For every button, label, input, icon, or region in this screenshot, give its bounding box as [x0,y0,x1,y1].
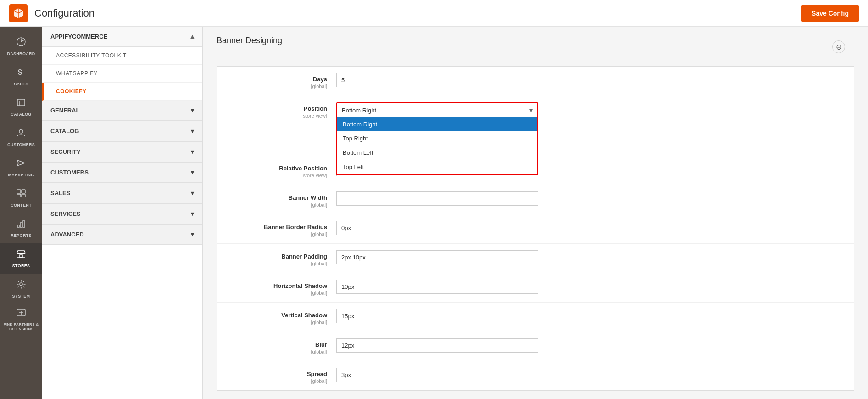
vertical-shadow-scope: [global] [226,320,327,325]
dashboard-icon [16,37,26,49]
accordion-services: SERVICES ▾ [42,204,202,225]
nav-item-sales[interactable]: $ SALES [0,62,42,92]
nav-item-system[interactable]: SYSTEM [0,274,42,304]
days-input[interactable] [336,73,538,87]
accordion-security-chevron-icon: ▾ [191,148,194,155]
main-layout: DASHBOARD $ SALES CATALOG [0,27,868,399]
accordion-catalog: CATALOG ▾ [42,121,202,142]
banner-width-label-col: Banner Width [global] [226,191,336,208]
accordion-customers-chevron-icon: ▾ [191,169,194,176]
banner-padding-label: Banner Padding [226,253,327,260]
customers-icon [16,128,26,140]
form-row-banner-padding: Banner Padding [global] [217,244,854,273]
spread-input[interactable] [336,368,538,382]
nav-label-dashboard: DASHBOARD [7,51,35,56]
nav-item-customers[interactable]: CUSTOMERS [0,122,42,152]
left-nav: DASHBOARD $ SALES CATALOG [0,27,42,399]
catalog-icon [16,97,26,110]
position-label-col: Position [store view] [226,102,336,118]
horizontal-shadow-input[interactable] [336,280,538,294]
accordion-general-header[interactable]: GENERAL ▾ [42,101,202,121]
banner-width-scope: [global] [226,202,327,208]
nav-item-reports[interactable]: REPORTS [0,213,42,243]
position-dropdown-wrapper: Bottom Right ▾ Bottom Right Top Right Bo… [336,102,538,118]
nav-item-content[interactable]: CONTENT [0,183,42,213]
accordion-advanced: ADVANCED ▾ [42,225,202,245]
accordion-customers-header[interactable]: CUSTOMERS ▾ [42,163,202,183]
save-config-button[interactable]: Save Config [801,5,859,22]
nav-label-content: CONTENT [11,203,32,208]
form-row-banner-width: Banner Width [global] [217,185,854,214]
position-option-top-left[interactable]: Top Left [337,160,537,174]
accordion-general-chevron-icon: ▾ [191,107,194,114]
blur-input-col [336,338,845,353]
appifycommerce-section-header[interactable]: APPIFYCOMMERCE ▴ [42,27,202,47]
banner-padding-input[interactable] [336,250,538,264]
marketing-icon [16,158,26,170]
svg-rect-12 [20,223,22,227]
accordion-customers: CUSTOMERS ▾ [42,163,202,183]
content-header: Banner Designing ⊖ [217,36,854,57]
accordion-advanced-header[interactable]: ADVANCED ▾ [42,225,202,245]
nav-label-customers: CUSTOMERS [7,142,35,147]
content-inner: Banner Designing ⊖ Days [global] [203,27,868,399]
nav-label-system: SYSTEM [12,294,30,298]
nav-item-dashboard[interactable]: DASHBOARD [0,31,42,62]
days-scope: [global] [226,84,327,89]
collapse-icon: ⊖ [836,43,842,51]
position-option-bottom-left[interactable]: Bottom Left [337,146,537,160]
sidebar-item-cookiefy[interactable]: Cookiefy [42,83,202,101]
days-label-col: Days [global] [226,73,336,89]
position-label: Position [226,105,327,112]
vertical-shadow-label-col: Vertical Shadow [global] [226,309,336,325]
accordion-general: GENERAL ▾ [42,101,202,121]
accordion-advanced-chevron-icon: ▾ [191,231,194,238]
svg-rect-7 [17,190,21,193]
form-row-blur: Blur [global] [217,332,854,361]
svg-point-15 [20,283,22,286]
spread-scope: [global] [226,378,327,384]
sidebar-item-whatsappify[interactable]: WHATSAPPIFY [42,65,202,83]
section-title: Banner Designing [217,36,282,45]
banner-width-input[interactable] [336,191,538,206]
config-form: Days [global] [217,66,854,391]
nav-item-catalog[interactable]: CATALOG [0,92,42,122]
relative-position-label: Relative Position [226,165,327,172]
form-row-banner-border-radius: Banner Border Radius [global] [217,214,854,244]
position-option-bottom-right[interactable]: Bottom Right [337,117,537,131]
sidebar-item-accessibility-toolkit[interactable]: ACCESSIBILITY TOOLKIT [42,47,202,65]
svg-rect-11 [17,225,19,227]
nav-item-stores[interactable]: STORES [0,243,42,274]
svg-rect-2 [17,99,25,106]
form-row-vertical-shadow: Vertical Shadow [global] [217,303,854,332]
accordion-security-header[interactable]: SECURITY ▾ [42,142,202,162]
accordion-services-header[interactable]: SERVICES ▾ [42,204,202,224]
accordion-sales-chevron-icon: ▾ [191,190,194,197]
vertical-shadow-input[interactable] [336,309,538,323]
accordion-catalog-header[interactable]: CATALOG ▾ [42,121,202,141]
banner-padding-input-col [336,250,845,264]
find-partners-icon [16,308,26,320]
nav-item-marketing[interactable]: MARKETING [0,152,42,183]
position-option-top-right[interactable]: Top Right [337,131,537,146]
collapse-button[interactable]: ⊖ [832,40,845,53]
blur-input[interactable] [336,338,538,353]
vertical-shadow-label: Vertical Shadow [226,312,327,319]
banner-border-radius-input-col [336,221,845,235]
days-label: Days [226,76,327,83]
horizontal-shadow-label-col: Horizontal Shadow [global] [226,280,336,296]
spread-label: Spread [226,371,327,377]
nav-label-stores: STORES [12,264,30,268]
accordion-services-chevron-icon: ▾ [191,210,194,217]
banner-width-label: Banner Width [226,194,327,201]
banner-border-radius-input[interactable] [336,221,538,235]
nav-item-find-partners[interactable]: FIND PARTNERS & EXTENSIONS [0,304,42,335]
svg-rect-8 [22,190,25,193]
position-dropdown-arrow-icon: ▾ [529,107,533,114]
nav-label-sales: SALES [14,82,28,86]
header-left: Configuration [9,4,95,22]
accordion-sales-header[interactable]: SALES ▾ [42,183,202,203]
position-input-col: Bottom Right ▾ Bottom Right Top Right Bo… [336,102,845,118]
position-dropdown-trigger[interactable]: Bottom Right ▾ [337,103,537,117]
nav-label-catalog: CATALOG [11,112,31,117]
